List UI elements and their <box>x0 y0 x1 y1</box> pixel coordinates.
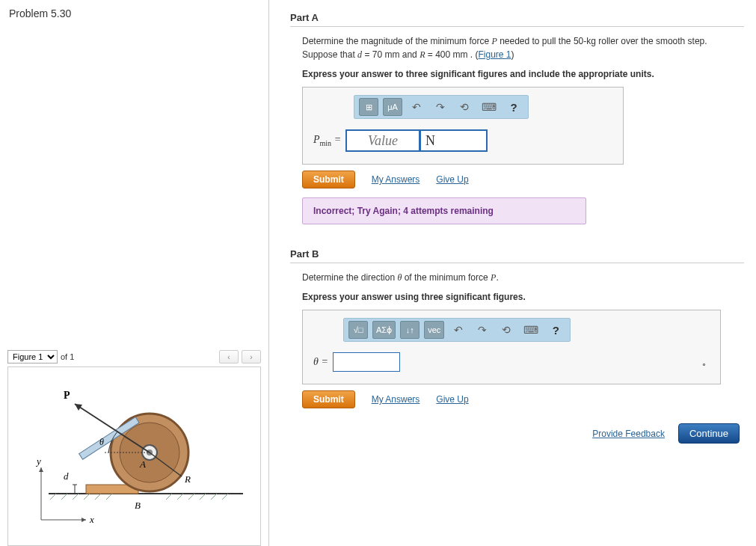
part-a-give-up-link[interactable]: Give Up <box>436 174 468 185</box>
problem-title: Problem 5.30 <box>0 0 268 27</box>
continue-button[interactable]: Continue <box>678 423 740 444</box>
part-b-instruction: Express your answer using three signific… <box>290 290 744 304</box>
svg-text:y: y <box>35 455 41 467</box>
provide-feedback-link[interactable]: Provide Feedback <box>592 429 665 439</box>
part-b-value-input[interactable] <box>333 352 400 372</box>
part-a-heading: Part A <box>290 12 744 23</box>
svg-text:x: x <box>89 514 94 525</box>
part-b-submit-button[interactable]: Submit <box>302 390 355 408</box>
help-icon[interactable]: ? <box>504 98 523 116</box>
sqrt-icon[interactable]: √□ <box>348 321 368 339</box>
svg-text:B: B <box>135 500 141 511</box>
subscript-icon[interactable]: ↓↑ <box>400 321 420 339</box>
undo-icon[interactable]: ↶ <box>449 321 468 339</box>
part-a-answer-box: ⊞ μA ↶ ↷ ⟲ ⌨ ? Pmin = <box>302 87 624 165</box>
part-b-answer-label: θ = <box>313 356 328 368</box>
part-a-my-answers-link[interactable]: My Answers <box>372 174 420 185</box>
reset-icon[interactable]: ⟲ <box>497 321 516 339</box>
part-b-give-up-link[interactable]: Give Up <box>436 394 468 405</box>
part-a-toolbar: ⊞ μA ↶ ↷ ⟲ ⌨ ? <box>354 95 529 119</box>
svg-text:R: R <box>184 473 191 485</box>
units-icon[interactable]: μA <box>383 98 402 116</box>
svg-text:d: d <box>64 470 69 482</box>
part-b-answer-box: √□ ΑΣϕ ↓↑ vec ↶ ↷ ⟲ ⌨ ? θ = ∘ <box>302 310 721 384</box>
figure-next-button[interactable]: › <box>242 350 261 364</box>
svg-line-9 <box>73 494 79 500</box>
figure-link[interactable]: Figure 1 <box>479 49 511 60</box>
svg-line-18 <box>222 494 228 500</box>
degree-symbol: ∘ <box>701 360 707 369</box>
redo-icon[interactable]: ↷ <box>431 98 450 116</box>
svg-line-7 <box>50 494 56 500</box>
svg-text:A: A <box>139 458 146 470</box>
part-b-prompt: Determine the direction θ of the minimum… <box>290 271 744 284</box>
svg-text:θ: θ <box>99 437 104 447</box>
reset-icon[interactable]: ⟲ <box>455 98 474 116</box>
part-a-prompt: Determine the magnitude of the minimum f… <box>290 34 744 61</box>
svg-marker-3 <box>39 467 43 472</box>
figure-prev-button[interactable]: ‹ <box>219 350 239 364</box>
figure-panel: Figure 1 of 1 ‹ › x y <box>7 347 261 546</box>
figure-image: x y B <box>7 366 261 546</box>
template-icon[interactable]: ⊞ <box>359 98 378 116</box>
part-a-instruction: Express your answer to three significant… <box>290 67 744 81</box>
svg-line-11 <box>95 494 101 500</box>
figure-select[interactable]: Figure 1 <box>7 350 58 364</box>
figure-count: of 1 <box>61 352 74 361</box>
svg-line-15 <box>188 494 194 500</box>
svg-line-12 <box>106 494 112 500</box>
svg-line-14 <box>177 494 183 500</box>
keyboard-icon[interactable]: ⌨ <box>479 98 500 116</box>
svg-line-10 <box>84 494 90 500</box>
undo-icon[interactable]: ↶ <box>407 98 426 116</box>
svg-line-8 <box>61 494 67 500</box>
svg-line-13 <box>166 494 172 500</box>
keyboard-icon[interactable]: ⌨ <box>520 321 541 339</box>
part-a-feedback: Incorrect; Try Again; 4 attempts remaini… <box>302 197 586 224</box>
part-a-answer-label: Pmin = <box>313 134 341 147</box>
part-b-heading: Part B <box>290 248 744 260</box>
svg-line-16 <box>200 494 206 500</box>
greek-icon[interactable]: ΑΣϕ <box>372 321 396 339</box>
help-icon[interactable]: ? <box>546 321 565 339</box>
part-a-value-input[interactable] <box>345 129 420 152</box>
part-a-unit-input[interactable] <box>420 129 488 152</box>
svg-marker-1 <box>82 518 86 522</box>
redo-icon[interactable]: ↷ <box>473 321 492 339</box>
svg-line-17 <box>211 494 217 500</box>
vector-icon[interactable]: vec <box>424 321 444 339</box>
part-b-my-answers-link[interactable]: My Answers <box>372 394 420 405</box>
svg-text:P: P <box>64 390 70 401</box>
part-a-submit-button[interactable]: Submit <box>302 171 355 188</box>
part-b-toolbar: √□ ΑΣϕ ↓↑ vec ↶ ↷ ⟲ ⌨ ? <box>343 318 571 342</box>
